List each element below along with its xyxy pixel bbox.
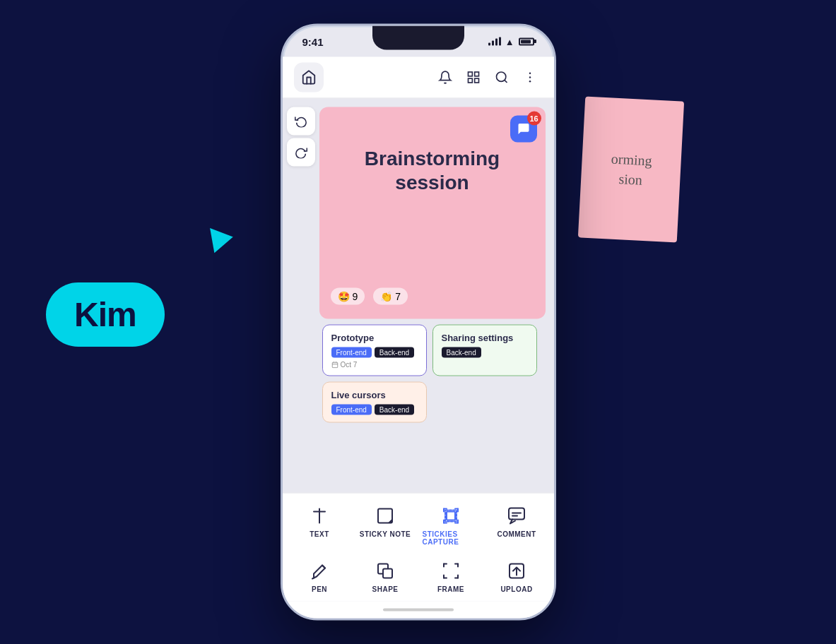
prototype-date: Oct 7 [331, 361, 358, 369]
reaction-1-emoji: 🤩 [338, 291, 350, 302]
svg-rect-9 [332, 362, 338, 368]
tag-frontend-1: Front-end [331, 347, 372, 358]
text-tool-label: TEXT [310, 530, 329, 538]
prototype-title: Prototype [331, 333, 418, 343]
sticky-reactions: 🤩 9 👏 7 [331, 288, 534, 308]
canvas-area: 16 Brainstorming session 🤩 9 👏 7 [283, 99, 554, 493]
sticky-note-tool[interactable]: STICKY NOTE [354, 499, 417, 551]
prototype-tags: Front-end Back-end Oct 7 [331, 347, 418, 369]
cards-grid: Prototype Front-end Back-end Oct 7 [319, 319, 546, 429]
tag-backend-2: Back-end [442, 347, 481, 358]
text-tool[interactable]: TEXT [288, 499, 351, 551]
home-bar [383, 609, 454, 612]
shape-tool[interactable]: SHAPE [354, 554, 417, 599]
phone-notch [372, 26, 464, 50]
svg-line-29 [322, 566, 325, 568]
battery-icon [519, 37, 534, 45]
comment-tool[interactable]: COMMENT [485, 499, 548, 551]
stickies-capture-label: STICKIES CAPTURE [423, 530, 480, 546]
svg-rect-2 [468, 78, 472, 83]
comment-badge: 16 [510, 116, 537, 143]
bg-sticky-note: orming sion [578, 96, 684, 242]
brainstorming-sticky: 16 Brainstorming session 🤩 9 👏 7 [319, 107, 546, 319]
live-cursors-tags: Front-end Back-end [331, 405, 418, 415]
svg-rect-3 [474, 78, 478, 83]
phone-body: 9:41 ▲ [281, 24, 556, 621]
comment-tool-label: COMMENT [497, 530, 536, 538]
svg-point-7 [529, 76, 531, 78]
phone-mockup: 9:41 ▲ [281, 24, 556, 621]
svg-point-6 [529, 72, 531, 74]
kim-text: Kim [74, 296, 136, 333]
pen-tool[interactable]: PEN [288, 554, 351, 599]
svg-rect-1 [474, 72, 478, 76]
upload-tool-label: UPLOAD [500, 585, 532, 593]
reaction-1-count: 9 [353, 291, 358, 302]
reaction-2-emoji: 👏 [380, 291, 392, 302]
tag-frontend-3: Front-end [331, 405, 372, 415]
kim-label: Kim [46, 282, 165, 347]
left-toolbar [283, 99, 319, 493]
redo-button[interactable] [287, 138, 315, 167]
sticky-note-title: Brainstorming session [331, 147, 534, 194]
comment-count: 16 [527, 112, 541, 126]
app-content: 16 Brainstorming session 🤩 9 👏 7 [283, 57, 554, 619]
wifi-icon: ▲ [505, 36, 514, 47]
nav-right-icons [432, 65, 543, 90]
bottom-toolbar: TEXT STICKY NOTE [283, 493, 554, 602]
more-button[interactable] [517, 65, 543, 90]
shape-tool-label: SHAPE [372, 585, 399, 593]
status-icons: ▲ [488, 36, 534, 47]
search-button[interactable] [489, 65, 514, 90]
signal-icon [488, 37, 501, 46]
frame-tool[interactable]: FRAME [420, 554, 483, 599]
live-cursors-card[interactable]: Live cursors Front-end Back-end [322, 382, 427, 423]
comment-icon-wrap[interactable]: 16 [510, 116, 537, 143]
prototype-card[interactable]: Prototype Front-end Back-end Oct 7 [322, 325, 427, 376]
bg-sticky-text: orming sion [610, 149, 653, 191]
live-cursors-title: Live cursors [331, 390, 418, 400]
svg-point-4 [496, 72, 505, 81]
canvas-main: 16 Brainstorming session 🤩 9 👏 7 [319, 99, 554, 493]
sharing-tags: Back-end [442, 347, 528, 358]
sharing-card[interactable]: Sharing settings Back-end [432, 325, 537, 376]
svg-rect-0 [468, 72, 472, 76]
pen-tool-label: PEN [312, 585, 327, 593]
tag-backend-1: Back-end [375, 347, 414, 358]
undo-button[interactable] [287, 107, 315, 136]
home-indicator [283, 602, 554, 619]
status-time: 9:41 [302, 35, 324, 47]
sharing-title: Sharing settings [442, 333, 528, 343]
sticky-note-tool-label: STICKY NOTE [360, 530, 411, 538]
frame-tool-label: FRAME [437, 585, 464, 593]
svg-point-8 [529, 80, 531, 83]
home-button[interactable] [294, 63, 324, 93]
svg-rect-17 [447, 512, 455, 520]
reaction-2[interactable]: 👏 7 [373, 288, 408, 305]
tag-backend-3: Back-end [375, 405, 414, 415]
top-navbar [283, 57, 554, 99]
bg-arrow-decoration [210, 225, 235, 254]
notification-button[interactable] [432, 65, 458, 90]
grid-button[interactable] [461, 65, 486, 90]
reaction-2-count: 7 [395, 291, 401, 302]
svg-rect-32 [383, 569, 392, 578]
svg-line-30 [312, 578, 314, 579]
svg-line-5 [504, 80, 507, 83]
reaction-1[interactable]: 🤩 9 [331, 288, 365, 305]
upload-tool[interactable]: UPLOAD [485, 554, 548, 599]
toolbar-grid: TEXT STICKY NOTE [283, 499, 554, 599]
stickies-capture-tool[interactable]: STICKIES CAPTURE [420, 499, 483, 551]
